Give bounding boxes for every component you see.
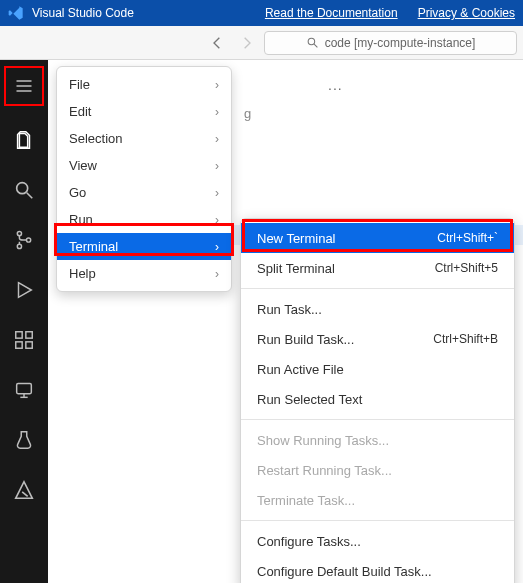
submenu-item-label: Restart Running Task... (257, 463, 392, 478)
svg-line-1 (314, 44, 317, 47)
overflow-icon[interactable]: ··· (328, 80, 343, 96)
activity-remote[interactable] (4, 370, 44, 410)
chevron-right-icon: › (215, 159, 219, 173)
link-privacy[interactable]: Privacy & Cookies (418, 6, 515, 20)
svg-point-0 (308, 38, 315, 45)
submenu-item-run-active-file[interactable]: Run Active File (241, 354, 514, 384)
chevron-right-icon: › (215, 186, 219, 200)
menu-item-help[interactable]: Help› (57, 260, 231, 287)
submenu-item-label: Run Task... (257, 302, 322, 317)
menu-item-view[interactable]: View› (57, 152, 231, 179)
chevron-right-icon: › (215, 78, 219, 92)
activity-source-control[interactable] (4, 220, 44, 260)
search-icon (306, 36, 319, 49)
submenu-item-label: Show Running Tasks... (257, 433, 389, 448)
svg-line-3 (27, 193, 33, 199)
menu-item-file[interactable]: File› (57, 71, 231, 98)
command-center-text: code [my-compute-instance] (325, 36, 476, 50)
menu-button[interactable] (4, 66, 44, 106)
svg-rect-11 (17, 384, 32, 394)
app-title: Visual Studio Code (32, 6, 134, 20)
submenu-item-label: Run Active File (257, 362, 344, 377)
submenu-item-configure-tasks[interactable]: Configure Tasks... (241, 526, 514, 556)
submenu-item-shortcut: Ctrl+Shift+` (437, 231, 498, 245)
svg-rect-9 (16, 342, 22, 348)
menu-item-label: Help (69, 266, 96, 281)
activity-extensions[interactable] (4, 320, 44, 360)
menu-item-label: File (69, 77, 90, 92)
svg-point-6 (26, 238, 30, 242)
menu-item-label: Selection (69, 131, 122, 146)
submenu-item-label: Terminate Task... (257, 493, 355, 508)
nav-back-icon[interactable] (208, 33, 228, 53)
activity-bar (0, 60, 48, 583)
command-center[interactable]: code [my-compute-instance] (264, 31, 517, 55)
menu-item-label: Go (69, 185, 86, 200)
svg-rect-7 (16, 332, 22, 338)
chevron-right-icon: › (215, 240, 219, 254)
activity-azure[interactable] (4, 470, 44, 510)
menu-item-label: Terminal (69, 239, 118, 254)
submenu-item-restart-running-task: Restart Running Task... (241, 455, 514, 485)
svg-rect-8 (26, 332, 32, 338)
submenu-item-label: Run Build Task... (257, 332, 354, 347)
menu-item-terminal[interactable]: Terminal› (57, 233, 231, 260)
submenu-item-show-running-tasks: Show Running Tasks... (241, 425, 514, 455)
chevron-right-icon: › (215, 213, 219, 227)
submenu-item-run-build-task[interactable]: Run Build Task...Ctrl+Shift+B (241, 324, 514, 354)
activity-explorer[interactable] (4, 120, 44, 160)
submenu-item-shortcut: Ctrl+Shift+5 (435, 261, 498, 275)
submenu-item-label: New Terminal (257, 231, 336, 246)
titlebar: Visual Studio Code Read the Documentatio… (0, 0, 523, 26)
submenu-item-run-selected-text[interactable]: Run Selected Text (241, 384, 514, 414)
menu-item-label: Run (69, 212, 93, 227)
menu-item-edit[interactable]: Edit› (57, 98, 231, 125)
activity-run-debug[interactable] (4, 270, 44, 310)
chevron-right-icon: › (215, 267, 219, 281)
menu-item-label: Edit (69, 104, 91, 119)
menu-separator (241, 288, 514, 289)
submenu-item-configure-default-build-task[interactable]: Configure Default Build Task... (241, 556, 514, 583)
activity-testing[interactable] (4, 420, 44, 460)
svg-rect-10 (26, 342, 32, 348)
submenu-item-split-terminal[interactable]: Split TerminalCtrl+Shift+5 (241, 253, 514, 283)
submenu-item-run-task[interactable]: Run Task... (241, 294, 514, 324)
submenu-item-new-terminal[interactable]: New TerminalCtrl+Shift+` (241, 223, 514, 253)
menu-separator (241, 520, 514, 521)
main-menu: File›Edit›Selection›View›Go›Run›Terminal… (56, 66, 232, 292)
stray-text: g (244, 106, 251, 121)
submenu-item-label: Run Selected Text (257, 392, 362, 407)
menu-item-selection[interactable]: Selection› (57, 125, 231, 152)
svg-point-2 (17, 183, 28, 194)
submenu-item-label: Split Terminal (257, 261, 335, 276)
menu-separator (241, 419, 514, 420)
menu-item-go[interactable]: Go› (57, 179, 231, 206)
menu-item-label: View (69, 158, 97, 173)
nav-forward-icon[interactable] (236, 33, 256, 53)
nav-row: code [my-compute-instance] (0, 26, 523, 60)
svg-point-4 (17, 231, 21, 235)
submenu-item-shortcut: Ctrl+Shift+B (433, 332, 498, 346)
submenu-item-label: Configure Tasks... (257, 534, 361, 549)
submenu-item-terminate-task: Terminate Task... (241, 485, 514, 515)
chevron-right-icon: › (215, 132, 219, 146)
hamburger-icon (14, 76, 34, 96)
activity-search[interactable] (4, 170, 44, 210)
link-docs[interactable]: Read the Documentation (265, 6, 398, 20)
svg-point-5 (17, 244, 21, 248)
terminal-submenu: New TerminalCtrl+Shift+`Split TerminalCt… (240, 218, 515, 583)
vscode-logo-icon (8, 5, 24, 21)
submenu-item-label: Configure Default Build Task... (257, 564, 432, 579)
menu-item-run[interactable]: Run› (57, 206, 231, 233)
chevron-right-icon: › (215, 105, 219, 119)
